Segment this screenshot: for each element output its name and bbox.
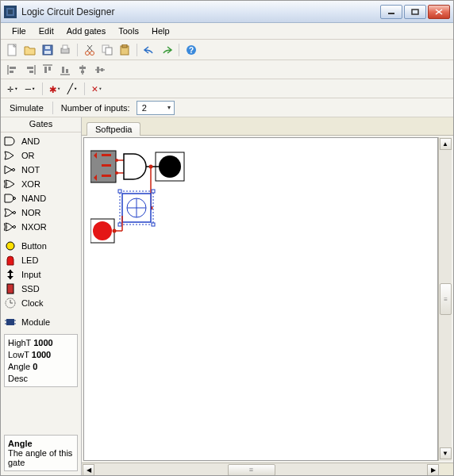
scroll-up-icon[interactable]: ▲ [440,138,452,150]
menu-tools[interactable]: Tools [114,25,144,37]
gate-label: LED [21,255,38,265]
separator [52,102,53,114]
prop-high-value[interactable]: 1000 [33,338,52,347]
align-center-h-icon[interactable] [75,63,90,77]
svg-rect-26 [10,71,13,73]
undo-icon[interactable] [142,43,156,57]
and-icon [4,136,17,147]
separator [77,44,78,56]
print-icon[interactable] [58,43,72,57]
gate-item-nxor[interactable]: NXOR [2,220,79,234]
menu-help[interactable]: Help [147,25,175,37]
align-right-icon[interactable] [23,63,37,77]
hscroll-thumb[interactable]: ≡ [228,464,275,476]
gate-item-led[interactable]: LED [2,253,79,267]
align-bottom-icon[interactable] [58,63,72,77]
svg-rect-21 [122,44,127,48]
gate-item-and[interactable]: AND [2,134,79,148]
gate-label: Button [21,241,47,251]
num-inputs-dropdown[interactable]: 2 ▾ [137,101,175,115]
menu-edit[interactable]: Edit [34,25,59,37]
new-icon[interactable] [6,43,20,57]
gate-item-input[interactable]: Input [2,267,79,282]
cut-icon[interactable] [83,43,97,57]
prop-high-label: HighT [8,338,31,347]
close-button[interactable] [428,5,450,19]
svg-point-67 [115,159,118,162]
prop-angle-label: Angle [8,362,30,371]
scroll-left-icon[interactable]: ◀ [83,464,94,476]
toolbar-wire: ✛▾ —▾ ✱▾ ╱▾ ✕▾ [1,79,453,98]
gate-item-not[interactable]: NOT [2,163,79,177]
svg-point-45 [13,212,16,214]
redo-icon[interactable] [160,43,174,57]
vertical-scrollbar[interactable]: ▲ ≡ ▼ [438,137,452,461]
wire-h-icon[interactable]: —▾ [23,82,37,96]
app-icon [4,6,17,18]
svg-text:?: ? [189,46,194,55]
prop-angle-value[interactable]: 0 [33,362,37,371]
vscroll-thumb[interactable]: ≡ [440,283,452,315]
gate-item-xor[interactable]: XOR [2,177,79,191]
toolbar-file: ? [1,40,453,60]
align-left-icon[interactable] [6,63,20,77]
gate-item-or[interactable]: OR [2,148,79,163]
paste-icon[interactable] [117,43,132,57]
wire-diag-icon[interactable]: ╱▾ [65,82,79,96]
menu-add-gates[interactable]: Add gates [62,25,111,37]
gate-item-button[interactable]: Button [2,239,79,253]
svg-rect-25 [10,67,16,69]
scroll-down-icon[interactable]: ▼ [440,447,452,459]
num-inputs-label: Number of inputs: [58,103,133,113]
svg-rect-80 [118,223,121,226]
delete-icon[interactable]: ✕▾ [90,82,104,96]
nand-icon [4,193,17,204]
align-top-icon[interactable] [40,63,55,77]
gate-label: NAND [21,194,46,203]
properties-box: HighT 1000 LowT 1000 Angle 0 Desc [4,334,78,387]
svg-marker-42 [5,166,12,174]
titlebar: Logic Circuit Designer [1,1,453,23]
gate-label: Input [21,270,40,279]
svg-rect-41 [101,68,103,71]
gate-item-module[interactable]: Module [2,315,79,329]
gate-label: Module [21,317,50,327]
input-icon [4,269,17,280]
design-canvas[interactable] [83,137,438,461]
maximize-button[interactable] [404,5,426,19]
open-icon[interactable] [23,43,37,57]
gate-item-clock[interactable]: Clock [2,296,79,310]
button-icon [4,240,17,251]
svg-rect-65 [102,175,111,177]
align-center-v-icon[interactable] [93,63,107,77]
window-controls [380,5,450,19]
svg-rect-51 [7,284,13,294]
svg-point-17 [90,51,94,55]
svg-rect-32 [48,67,51,71]
svg-rect-29 [29,71,33,73]
help-icon[interactable]: ? [184,43,198,57]
scroll-right-icon[interactable]: ▶ [427,464,439,476]
svg-point-74 [149,165,153,169]
toolbar-align [1,60,453,79]
gate-item-ssd[interactable]: SSD [2,282,79,296]
simulate-button[interactable]: Simulate [6,102,48,114]
svg-rect-19 [106,48,112,55]
pointer-icon[interactable]: ✛▾ [6,82,20,96]
svg-point-43 [13,169,15,171]
svg-rect-10 [44,51,51,54]
node-icon[interactable]: ✱▾ [48,82,62,96]
prop-low-value[interactable]: 1000 [32,350,51,359]
led-icon [4,255,17,266]
svg-point-69 [115,171,118,175]
tab-softpedia[interactable]: Softpedia [87,122,140,136]
menu-file[interactable]: File [7,25,31,37]
horizontal-scrollbar[interactable]: ◀ ≡ ▶ [82,463,453,476]
copy-icon[interactable] [100,43,114,57]
gate-item-nand[interactable]: NAND [2,191,79,205]
circuit-diagram [90,146,217,257]
gate-item-nor[interactable]: NOR [2,205,79,220]
save-icon[interactable] [40,43,55,57]
minimize-button[interactable] [380,5,402,19]
svg-rect-64 [102,164,111,167]
